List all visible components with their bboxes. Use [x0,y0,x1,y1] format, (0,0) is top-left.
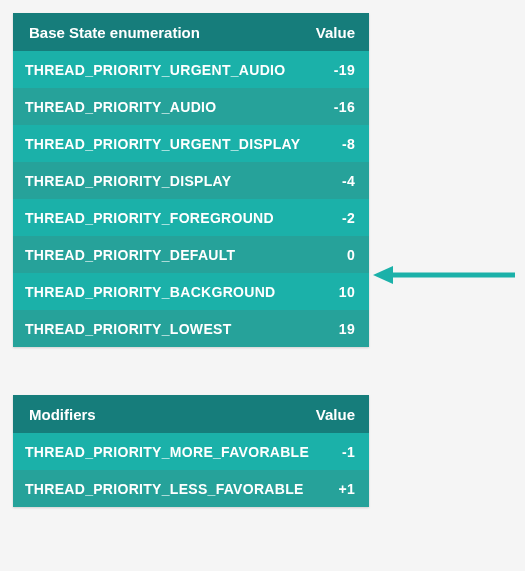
header-value: Value [316,24,355,41]
table-header: Base State enumeration Value [13,13,369,51]
table-row: THREAD_PRIORITY_DISPLAY -4 [13,162,369,199]
table-row-default: THREAD_PRIORITY_DEFAULT 0 [13,236,369,273]
row-value: -8 [319,136,355,152]
table-row: THREAD_PRIORITY_URGENT_AUDIO -19 [13,51,369,88]
table-row: THREAD_PRIORITY_AUDIO -16 [13,88,369,125]
table-row: THREAD_PRIORITY_FOREGROUND -2 [13,199,369,236]
row-value: 0 [319,247,355,263]
modifiers-table: Modifiers Value THREAD_PRIORITY_MORE_FAV… [13,395,369,507]
row-name: THREAD_PRIORITY_LOWEST [25,321,232,337]
row-value: -2 [319,210,355,226]
row-value: 19 [319,321,355,337]
base-state-table: Base State enumeration Value THREAD_PRIO… [13,13,369,347]
table-row: THREAD_PRIORITY_LESS_FAVORABLE +1 [13,470,369,507]
row-name: THREAD_PRIORITY_LESS_FAVORABLE [25,481,304,497]
row-name: THREAD_PRIORITY_DISPLAY [25,173,231,189]
table-row: THREAD_PRIORITY_URGENT_DISPLAY -8 [13,125,369,162]
table-header: Modifiers Value [13,395,369,433]
header-value: Value [316,406,355,423]
row-value: -16 [319,99,355,115]
row-name: THREAD_PRIORITY_FOREGROUND [25,210,274,226]
row-value: -1 [319,444,355,460]
row-value: +1 [319,481,355,497]
page: Base State enumeration Value THREAD_PRIO… [0,0,525,571]
table-row: THREAD_PRIORITY_BACKGROUND 10 [13,273,369,310]
row-value: 10 [319,284,355,300]
header-label: Modifiers [29,406,96,423]
row-name: THREAD_PRIORITY_DEFAULT [25,247,235,263]
table-row: THREAD_PRIORITY_LOWEST 19 [13,310,369,347]
row-value: -4 [319,173,355,189]
svg-marker-1 [373,266,393,284]
header-label: Base State enumeration [29,24,200,41]
row-value: -19 [319,62,355,78]
row-name: THREAD_PRIORITY_MORE_FAVORABLE [25,444,309,460]
table-row: THREAD_PRIORITY_MORE_FAVORABLE -1 [13,433,369,470]
row-name: THREAD_PRIORITY_BACKGROUND [25,284,275,300]
row-name: THREAD_PRIORITY_URGENT_DISPLAY [25,136,300,152]
row-name: THREAD_PRIORITY_AUDIO [25,99,216,115]
arrow-left-icon [373,264,515,286]
row-name: THREAD_PRIORITY_URGENT_AUDIO [25,62,285,78]
